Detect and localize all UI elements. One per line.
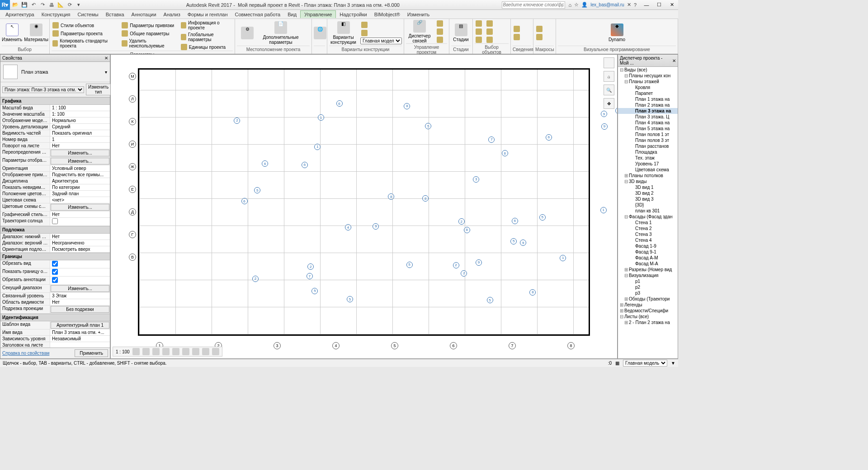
crop-icon[interactable] (172, 348, 179, 355)
property-value[interactable]: Показать оригинал (50, 130, 110, 136)
qat-dropdown-icon[interactable]: ▾ (75, 1, 82, 9)
property-value[interactable] (50, 218, 110, 226)
property-value[interactable]: 1: 100 (50, 111, 110, 117)
tree-item[interactable]: Стена 4 (618, 237, 678, 243)
temporary-hide-icon[interactable] (202, 348, 209, 355)
ribbon-tab-Формы и генплан[interactable]: Формы и генплан (184, 11, 231, 18)
properties-help-link[interactable]: Справка по свойствам (2, 351, 49, 356)
ribbon-tab-Конструкция[interactable]: Конструкция (38, 11, 74, 18)
expand-icon[interactable]: ⊟ (624, 79, 629, 84)
property-value[interactable]: Средний (50, 124, 110, 130)
workset-select[interactable]: Главная модель (623, 360, 667, 367)
hide-icon[interactable] (192, 348, 199, 355)
small-opt-icon[interactable] (360, 21, 402, 28)
property-group-header[interactable]: Подложка (0, 226, 110, 234)
tree-item[interactable]: План 1 этажа на (618, 96, 678, 102)
property-value[interactable]: Нет (50, 299, 110, 305)
property-value[interactable]: Нет (50, 212, 110, 217)
property-value[interactable]: Архитектурный план 1 (51, 322, 109, 329)
expand-icon[interactable]: ⊞ (624, 173, 629, 178)
minimize-button[interactable]: — (640, 0, 653, 10)
property-checkbox[interactable] (52, 218, 58, 224)
tree-item[interactable]: {3D} (618, 202, 678, 208)
close-icon[interactable]: ✕ (672, 58, 676, 63)
property-value[interactable]: Условный север (50, 165, 110, 171)
search-input[interactable] (502, 1, 565, 9)
tree-item[interactable]: р3 (618, 290, 678, 296)
main-model-select[interactable]: Главная модель (360, 38, 402, 44)
tree-item[interactable]: Фасад 9-1 (618, 249, 678, 255)
tree-item[interactable]: ⊟Листы (все) (618, 314, 678, 320)
expand-icon[interactable]: ⊟ (624, 73, 629, 78)
tree-item[interactable]: Уровень 17 (618, 161, 678, 167)
property-value[interactable]: Без подрезки (51, 306, 109, 313)
expand-icon[interactable]: ⊞ (620, 302, 624, 307)
tree-item[interactable]: План расстанов (618, 143, 678, 149)
ribbon-small-button[interactable]: Параметры привязки (121, 22, 177, 29)
qat-redo-icon[interactable]: ↷ (39, 1, 46, 9)
tree-item[interactable]: ⊞2 - План 2 этажа на (618, 320, 678, 325)
apply-button[interactable]: Применить (75, 349, 108, 357)
tree-item[interactable]: ⊟Визуализация (618, 273, 678, 278)
type-selector[interactable]: План этажа (21, 69, 101, 75)
property-value[interactable]: Изменить... (51, 285, 109, 292)
ribbon-tab-Анализ[interactable]: Анализ (160, 11, 184, 18)
additional-params-button[interactable]: 📄Дополнительные параметры (260, 21, 301, 45)
pan-icon[interactable]: ✥ (604, 98, 614, 109)
links-manager-button[interactable]: 🔗Диспетчер связей (406, 20, 433, 43)
property-value[interactable]: Нет (50, 143, 110, 149)
tree-item[interactable]: 3D вид 1 (618, 184, 678, 190)
detail-level-icon[interactable] (132, 348, 140, 355)
property-value[interactable]: Посмотреть вверх (50, 246, 110, 252)
tree-item[interactable]: Стена 1 (618, 220, 678, 226)
close-button[interactable]: ✕ (665, 0, 678, 10)
tree-item[interactable]: ⊟Фасады (Фасад здан (618, 214, 678, 220)
chevron-down-icon[interactable]: ▾ (105, 70, 107, 75)
tree-item[interactable]: ⊞Обходы (Траектори (618, 296, 678, 302)
filter-icon[interactable]: ▼ (671, 361, 675, 366)
design-options-button[interactable]: ◧Варианты конструкции (329, 21, 358, 45)
user-name[interactable]: lex_bas@mail.ru (590, 2, 624, 7)
zoom-icon[interactable]: 🔍 (604, 85, 614, 95)
tree-item[interactable]: Парапет (618, 90, 678, 96)
property-value[interactable]: 1 : 100 (50, 105, 110, 111)
expand-icon[interactable]: ⊞ (624, 296, 629, 301)
tree-item[interactable]: Тех. этаж (618, 155, 678, 161)
tree-item[interactable]: Фасад 1-9 (618, 243, 678, 249)
tree-item[interactable]: 3D вид 2 (618, 190, 678, 196)
modify-button[interactable]: ↖Изменить (2, 24, 22, 42)
tree-item[interactable]: Фасад М-А (618, 261, 678, 267)
property-value[interactable]: Изменить... (51, 158, 109, 164)
property-value[interactable]: 3 Этаж (50, 293, 110, 299)
property-group-header[interactable]: Границы (0, 253, 110, 260)
property-checkbox[interactable] (52, 261, 58, 267)
ribbon-tab-Системы[interactable]: Системы (74, 11, 102, 18)
tree-item[interactable]: ⊟3D виды (618, 179, 678, 184)
instance-select[interactable]: План этажа: План 3 этажа на отм. (2, 86, 84, 93)
visual-style-icon[interactable] (142, 348, 150, 355)
drawing-canvas[interactable]: 3891622527825629185251758659765991488656… (110, 54, 618, 359)
signin-icon[interactable]: 👤 (581, 2, 588, 8)
ribbon-small-button[interactable]: Копировать стандарты проекта (52, 38, 118, 49)
ribbon-tab-Изменить[interactable]: Изменить (404, 11, 434, 18)
ribbon-tab-BIMobject®[interactable]: BIMobject® (371, 11, 404, 18)
ribbon-tab-Надстройки[interactable]: Надстройки (336, 11, 370, 18)
exchange-icon[interactable]: ✕ (627, 2, 631, 8)
floor-plan-drawing[interactable]: 3891622527825629185251758659765991488656 (138, 68, 590, 336)
phases-button[interactable]: ▤Стадии (451, 24, 471, 42)
expand-icon[interactable]: ⊟ (624, 214, 629, 219)
ribbon-small-button[interactable]: Общие параметры (121, 30, 177, 37)
reveal-icon[interactable] (212, 348, 219, 355)
close-icon[interactable]: ✕ (104, 56, 108, 61)
tree-item[interactable]: р2 (618, 284, 678, 290)
qat-open-icon[interactable]: 📂 (12, 1, 19, 9)
expand-icon[interactable]: ⊟ (620, 314, 624, 319)
ribbon-tab-Аннотации[interactable]: Аннотации (128, 11, 160, 18)
property-value[interactable]: Подчистить все примы... (50, 172, 110, 178)
tree-item[interactable]: ⊞Ведомости/Специфи (618, 308, 678, 314)
sun-path-icon[interactable] (152, 348, 160, 355)
location-button[interactable]: 🌐 (314, 27, 326, 39)
tree-item[interactable]: ⊟Виды (все) (618, 67, 678, 73)
ribbon-small-button[interactable]: Параметры проекта (52, 30, 118, 37)
property-value[interactable]: Нет (50, 234, 110, 240)
